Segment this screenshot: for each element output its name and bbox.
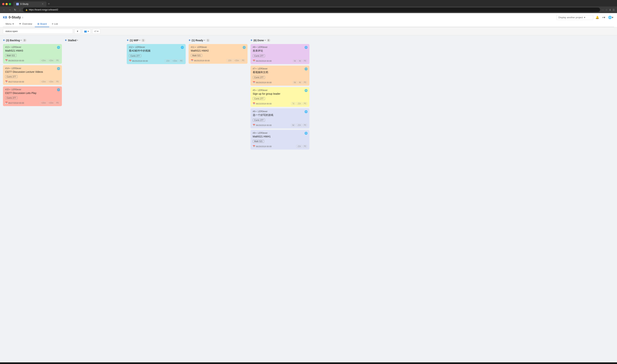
card-header: #12 ▾ LER0ever (129, 46, 183, 49)
group-icon: 👥 (84, 30, 87, 33)
card-tag[interactable]: Curric 277 (253, 97, 265, 100)
card[interactable]: 🌐 #11 ▾ LER0ever Math521 HW#2Math 521📅 0… (189, 44, 247, 64)
board-container: +(3) Backlog ▾3🌐 #13 ▾ LER0ever Math521 … (0, 35, 617, 362)
column-wip: +(1) WIP ▾1🌐 #12 ▾ LER0ever 看AD邮件中的视频Cur… (127, 38, 186, 362)
column-ready: +(1) Ready ▾1🌐 #11 ▾ LER0ever Math521 HW… (189, 38, 247, 362)
card-meta: 6d4dP0 (293, 81, 307, 84)
card-footer: 📅 06/27/2018 00:00<15m<15mP0 (5, 80, 60, 83)
column-title-done[interactable]: (6) Done ▾ (254, 39, 266, 42)
column-title-ready[interactable]: (1) Ready ▾ (192, 39, 205, 42)
column-title-backlog[interactable]: (3) Backlog ▾ (6, 39, 22, 42)
card-date: 📅 06/20/2018 00:00 (253, 124, 272, 126)
card-tag[interactable]: Curric 277 (129, 54, 141, 57)
tab-favicon: KB (16, 3, 19, 5)
card[interactable]: 🌐 #15 ▾ LER0ever Cl277 Discussion Lets P… (3, 86, 62, 106)
column-add-button-stalled[interactable]: + (65, 38, 67, 42)
globe-icon: 🌐 (304, 89, 308, 92)
card-meta-tag: <15m (48, 80, 54, 83)
forward-button[interactable]: → (8, 8, 12, 12)
card-meta-tag: -21h (296, 102, 302, 105)
active-tab[interactable]: KB 0-Study ✕ (13, 1, 46, 6)
filter-input[interactable] (3, 29, 73, 34)
card-author: LER0ever (12, 46, 21, 49)
filter-button[interactable]: ▼ (74, 29, 81, 34)
card-id: #12 ▾ (129, 46, 134, 49)
traffic-light-red[interactable] (2, 3, 4, 5)
card-title: Cl277 Discussion Lets Play (5, 91, 60, 94)
card-tag[interactable]: Curric 277 (253, 76, 265, 79)
nav-list[interactable]: ≡ List (49, 21, 60, 27)
card-meta-tag: 6d (293, 81, 297, 84)
column-add-button-wip[interactable]: + (127, 38, 129, 42)
tag-chevron-icon: ▾ (97, 30, 98, 33)
card-tag[interactable]: Curric 277 (5, 75, 17, 78)
nav-board[interactable]: ⊞ Board (35, 21, 49, 27)
card-meta-tag: P0 (303, 60, 307, 62)
card[interactable]: 🌐 #7 ▾ LER0ever 看视频和文档Curric 277📅 06/20/… (250, 65, 309, 86)
card-id-chevron-icon: ▾ (9, 46, 10, 48)
extensions-icon[interactable]: ⋯ (602, 9, 604, 11)
column-add-button-ready[interactable]: + (189, 38, 191, 42)
card-title: Math521 HW#3 (5, 49, 60, 52)
group-by-button[interactable]: 👥 ▾ (82, 29, 91, 34)
column-header-backlog: +(3) Backlog ▾3 (3, 38, 62, 42)
tab-close-button[interactable]: ✕ (42, 3, 43, 5)
info-icon[interactable]: ℹ (22, 16, 23, 19)
traffic-light-yellow[interactable] (6, 3, 8, 5)
column-cards-stalled (65, 44, 124, 362)
card[interactable]: 🌐 #14 ▾ LER0ever Cl277 Discussion Lectur… (3, 65, 62, 85)
add-icon[interactable]: +▾ (601, 15, 606, 20)
tag-filter-button[interactable]: 🏷 ▾ (92, 29, 100, 34)
card-tag[interactable]: Math 521 (191, 54, 202, 57)
download-icon[interactable]: ⬇ (609, 9, 611, 11)
card-meta-tag: <15m (48, 59, 54, 62)
card[interactable]: 🌐 #12 ▾ LER0ever 看AD邮件中的视频Curric 277📅 06… (127, 44, 186, 64)
group-chevron-icon: ▾ (88, 30, 89, 33)
globe-icon: 🌐 (304, 67, 308, 70)
card-meta-tag: <15m (40, 80, 47, 83)
bookmark-icon[interactable]: ☆ (605, 9, 608, 11)
back-button[interactable]: ← (2, 8, 6, 12)
globe-icon: 🌐 (243, 46, 246, 49)
card-date: 📅 06/27/2018 00:00 (5, 102, 24, 104)
column-title-wip[interactable]: (1) WIP ▾ (130, 39, 140, 42)
display-project-select[interactable]: Display another project ▾ (556, 15, 593, 20)
card-id-chevron-icon: ▾ (256, 46, 257, 48)
card-title: 看AD邮件中的视频 (129, 49, 183, 52)
nav-overview[interactable]: 👁 Overview (16, 21, 35, 27)
card-footer: 📅 06/28/2018 00:00<15m<15mP0 (5, 59, 60, 62)
card-tag[interactable]: Math 521 (5, 54, 17, 57)
card-meta-tag: P0 (303, 81, 307, 84)
card-tag[interactable]: Math 521 (253, 140, 264, 143)
card-tag[interactable]: Curric 277 (253, 119, 265, 122)
column-count-backlog: 3 (23, 39, 26, 42)
traffic-lights (2, 3, 11, 5)
filter-bar: ▼ 👥 ▾ 🏷 ▾ (0, 27, 617, 35)
column-title-stalled[interactable]: Stalled ▾ (68, 39, 78, 42)
card-tag[interactable]: Curric 277 (253, 54, 265, 57)
menu-icon[interactable]: ☰ (613, 9, 615, 11)
reload-button[interactable]: ↻ (13, 8, 17, 12)
card-meta-tag: P0 (179, 60, 183, 62)
card-tag[interactable]: Curric 277 (5, 96, 17, 99)
column-add-button-done[interactable]: + (250, 38, 253, 42)
card[interactable]: 🌐 #9 ▾ LER0ever Math521 HW#1Math 521📅 06… (250, 130, 309, 150)
card[interactable]: 🌐 #6 ▾ LER0ever 选一个好写的游戏Curric 277📅 06/2… (250, 108, 309, 128)
column-count-done: 6 (267, 39, 270, 42)
column-add-button-backlog[interactable]: + (3, 38, 5, 42)
card[interactable]: 🌐 #8 ▾ LER0ever 发表评论Curric 277📅 06/20/20… (250, 44, 309, 64)
card-title: 看视频和文档 (253, 71, 307, 74)
card[interactable]: 🌐 #13 ▾ LER0ever Math521 HW#3Math 521📅 0… (3, 44, 62, 64)
globe-icon: 🌐 (304, 110, 308, 113)
notification-bell-icon[interactable]: 🔔 (595, 15, 600, 20)
new-tab-button[interactable]: + (48, 2, 50, 6)
user-avatar-icon[interactable]: 🌐▾ (607, 15, 614, 20)
traffic-light-green[interactable] (9, 3, 11, 5)
url-bar[interactable]: 🔒 https://board.rongyi.io/board/2 (23, 8, 600, 12)
calendar-icon: 📅 (253, 60, 255, 62)
column-stalled: +Stalled ▾ (65, 38, 124, 362)
card[interactable]: 🌐 #5 ▾ LER0ever Sign up for group leader… (250, 87, 309, 107)
home-button[interactable]: ⌂ (18, 8, 21, 12)
nav-menu[interactable]: Menu ▾ (3, 21, 16, 27)
card-header: #13 ▾ LER0ever (5, 46, 60, 49)
